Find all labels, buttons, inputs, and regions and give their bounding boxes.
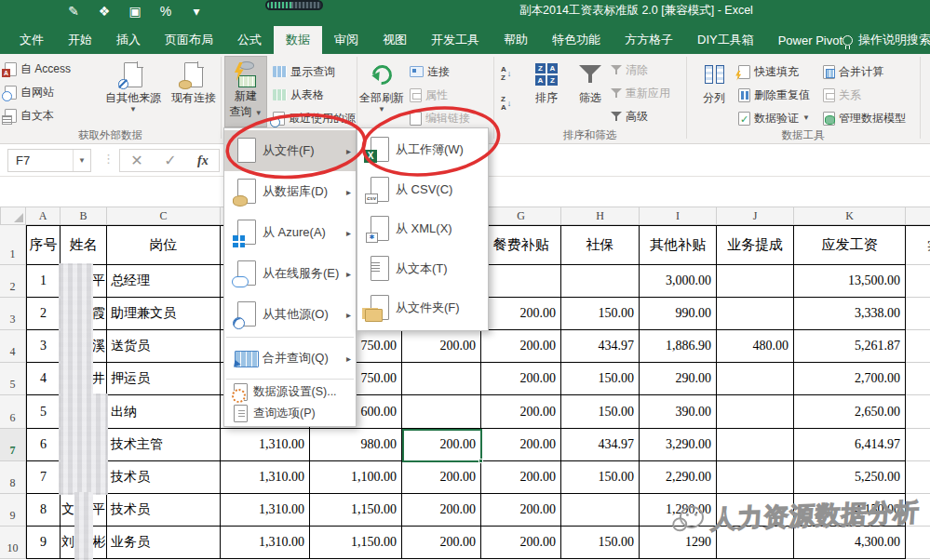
column-header-K[interactable]: K — [794, 207, 906, 225]
cell-B10[interactable]: 刘彬 — [61, 527, 107, 559]
cell-F5[interactable] — [402, 363, 481, 395]
menu-item-从工作簿(W)[interactable]: 从工作簿(W) — [357, 130, 488, 170]
cell-B8[interactable] — [61, 461, 107, 494]
existing-connections-button[interactable]: 现有连接 — [168, 56, 220, 106]
cell-G2[interactable] — [481, 265, 561, 298]
column-header-C[interactable]: C — [107, 207, 221, 225]
cell-E10[interactable]: 1,150.00 — [310, 527, 402, 559]
advanced-filter-button[interactable]: 高级 — [611, 106, 648, 127]
cell-D7[interactable]: 1,310.00 — [221, 429, 310, 461]
cell-B6[interactable] — [61, 395, 107, 429]
cell-K6[interactable]: 2,650.00 — [794, 395, 906, 429]
brush-icon[interactable]: ❖ — [96, 2, 113, 20]
pen-icon[interactable]: ✎ — [65, 2, 82, 20]
tab-数据[interactable]: 数据 — [274, 26, 322, 54]
cell-B9[interactable]: 文平 — [61, 494, 107, 527]
cell-I7[interactable]: 3,290.00 — [640, 429, 717, 461]
cell-C9[interactable]: 技术员 — [107, 494, 221, 527]
cell-H3[interactable]: 150.00 — [561, 298, 640, 330]
cell-B7[interactable] — [61, 429, 107, 461]
cell-A3[interactable]: 2 — [26, 298, 61, 330]
cell-K1[interactable]: 应发工资 — [794, 225, 906, 265]
cell-L1[interactable]: 实 — [906, 225, 930, 265]
cell-L3[interactable] — [906, 298, 930, 330]
cell-F7[interactable]: 200.00 — [402, 429, 481, 461]
cell-H10[interactable]: 150.00 — [561, 527, 640, 559]
tab-插入[interactable]: 插入 — [104, 26, 153, 54]
tab-文件[interactable]: 文件 — [7, 26, 56, 54]
cell-C1[interactable]: 岗位 — [107, 225, 221, 265]
cell-I2[interactable]: 3,000.00 — [640, 265, 717, 298]
cell-L6[interactable] — [906, 395, 930, 429]
cell-A10[interactable]: 9 — [26, 527, 61, 559]
cell-I8[interactable]: 2,290.00 — [640, 461, 717, 494]
cell-J8[interactable] — [717, 461, 794, 494]
from-text-button[interactable]: 自文本 — [5, 105, 54, 126]
cell-D10[interactable]: 1,310.00 — [221, 527, 310, 559]
window-arrow-icon[interactable]: ▣ — [127, 2, 143, 20]
cell-G7[interactable]: 200.00 — [481, 429, 561, 461]
tab-审阅[interactable]: 审阅 — [322, 26, 371, 54]
row-header-6[interactable]: 6 — [0, 395, 26, 429]
cell-D9[interactable]: 1,310.00 — [221, 494, 310, 527]
cell-G3[interactable]: 200.00 — [481, 298, 561, 330]
cell-A1[interactable]: 序号 — [26, 225, 61, 265]
cell-F6[interactable] — [402, 395, 481, 429]
cell-F4[interactable]: 200.00 — [402, 330, 481, 363]
row-header-8[interactable]: 8 — [0, 461, 26, 494]
cell-C6[interactable]: 出纳 — [107, 395, 221, 429]
column-header-H[interactable]: H — [561, 207, 640, 225]
cell-H9[interactable] — [561, 494, 640, 527]
cell-C10[interactable]: 业务员 — [107, 527, 221, 559]
column-header-L[interactable] — [906, 207, 930, 225]
cancel-icon[interactable]: ✕ — [130, 152, 142, 169]
cell-H2[interactable] — [561, 265, 640, 298]
cell-B4[interactable]: 溪 — [61, 330, 107, 363]
name-box-dropdown-icon[interactable]: ▼ — [73, 150, 90, 171]
from-access-button[interactable]: 自 Access — [5, 59, 71, 79]
cell-G6[interactable]: 200.00 — [481, 395, 561, 429]
cell-A5[interactable]: 4 — [26, 363, 61, 395]
cell-F8[interactable]: 200.00 — [402, 461, 481, 494]
tab-方方格子[interactable]: 方方格子 — [613, 26, 685, 54]
cell-G1[interactable]: 餐费补贴 — [481, 225, 561, 265]
column-header-A[interactable]: A — [26, 207, 61, 225]
column-header-B[interactable]: B — [61, 207, 107, 225]
menu-item-从 XML(X)[interactable]: 从 XML(X) — [357, 209, 488, 249]
cell-G4[interactable]: 200.00 — [481, 330, 561, 363]
cell-G8[interactable]: 200.00 — [481, 461, 561, 494]
data-validation-button[interactable]: 数据验证▼ — [738, 108, 810, 128]
tab-开始[interactable]: 开始 — [56, 26, 104, 54]
cell-A2[interactable]: 1 — [26, 265, 61, 298]
cell-B1[interactable]: 姓名 — [61, 225, 107, 265]
cell-I3[interactable]: 990.00 — [640, 298, 717, 330]
cell-H5[interactable]: 150.00 — [561, 363, 640, 395]
cell-L2[interactable] — [906, 265, 930, 298]
cell-I1[interactable]: 其他补贴 — [640, 225, 717, 265]
cell-C3[interactable]: 助理兼文员 — [107, 298, 221, 330]
cell-H4[interactable]: 434.97 — [561, 330, 640, 363]
enter-icon[interactable]: ✓ — [164, 152, 176, 169]
tell-me-search[interactable]: 操作说明搜索 — [842, 26, 930, 54]
manage-data-model-button[interactable]: 管理数据模型 — [823, 108, 906, 128]
tab-DIY工具箱[interactable]: DIY工具箱 — [685, 26, 766, 54]
row-header-3[interactable]: 3 — [0, 298, 26, 330]
cell-L10[interactable] — [906, 527, 930, 559]
sort-ascending-button[interactable]: AZ↓ — [501, 63, 511, 84]
cell-L5[interactable] — [906, 363, 930, 395]
row-header-9[interactable]: 9 — [0, 494, 26, 527]
flash-fill-button[interactable]: 快速填充 — [738, 61, 799, 82]
cell-A9[interactable]: 8 — [26, 494, 61, 527]
cell-C7[interactable]: 技术主管 — [107, 429, 221, 461]
insert-function-icon[interactable]: fx — [197, 153, 209, 168]
cell-G9[interactable]: 200.00 — [481, 494, 561, 527]
refresh-all-button[interactable]: 全部刷新▼ — [357, 56, 407, 113]
menu-item-从在线服务(E)[interactable]: 从在线服务(E)▸ — [224, 253, 356, 294]
row-header-5[interactable]: 5 — [0, 363, 26, 395]
filter-button[interactable]: 筛选 — [570, 56, 611, 106]
cell-I5[interactable]: 290.00 — [640, 363, 717, 395]
cell-L8[interactable] — [906, 461, 930, 494]
cell-A4[interactable]: 3 — [26, 330, 61, 363]
cell-J5[interactable] — [717, 363, 794, 395]
from-other-sources-button[interactable]: 自其他来源▼ — [104, 56, 162, 113]
